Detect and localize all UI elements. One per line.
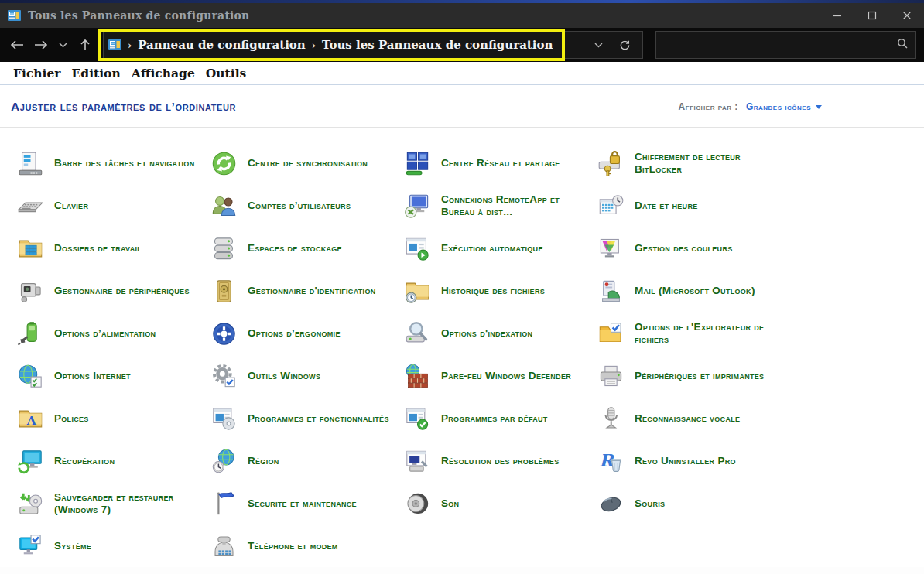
item-ease-of-access[interactable]: Options d’ergonomie xyxy=(210,317,395,350)
devices-printers-icon xyxy=(597,363,625,390)
bitlocker-icon xyxy=(597,150,625,177)
item-programs-features[interactable]: Programmes et fonctionnalités xyxy=(210,402,395,435)
back-button[interactable] xyxy=(5,32,29,58)
status-bar xyxy=(0,567,924,574)
indexing-icon xyxy=(404,320,431,347)
item-security-maintenance[interactable]: Sécurité et maintenance xyxy=(210,487,395,520)
item-default-programs[interactable]: Programmes par défaut xyxy=(404,402,588,435)
item-label: Options d’ergonomie xyxy=(248,327,390,340)
svg-text:A: A xyxy=(26,414,37,428)
item-label: Options Internet xyxy=(54,370,197,383)
sound-icon xyxy=(404,490,431,518)
item-power-options[interactable]: Options d’alimentation xyxy=(17,317,201,350)
item-label: Son xyxy=(441,497,583,511)
item-mail[interactable]: Mail (Microsoft Outlook) xyxy=(597,275,782,307)
item-folder-options[interactable]: Options de l'Explorateur de fichiers xyxy=(597,317,782,350)
minimize-button[interactable] xyxy=(820,3,854,28)
storage-spaces-icon xyxy=(210,235,238,262)
item-firewall[interactable]: Pare-feu Windows Defender xyxy=(404,360,588,392)
mouse-icon xyxy=(597,490,625,518)
search-box[interactable] xyxy=(655,31,916,59)
menu-affichage[interactable]: Affichage xyxy=(126,64,200,82)
item-keyboard[interactable]: Clavier xyxy=(17,190,201,222)
breadcrumb-control-panel[interactable]: Panneau de configuration xyxy=(138,38,306,52)
item-color-management[interactable]: Gestion des couleurs xyxy=(597,232,782,265)
item-revo-uninstaller[interactable]: R Revo Uninstaller Pro xyxy=(597,445,782,477)
item-label: Gestion des couleurs xyxy=(635,242,777,255)
item-recovery[interactable]: Récupération xyxy=(17,445,201,477)
date-time-icon xyxy=(597,193,625,220)
item-remoteapp[interactable]: Connexions RemoteApp et Bureau à dist... xyxy=(404,190,588,222)
item-speech-recognition[interactable]: Reconnaissance vocale xyxy=(597,402,782,435)
item-date-time[interactable]: Date et heure xyxy=(597,190,782,222)
keyboard-icon xyxy=(17,193,44,220)
taskbar-navigation-icon xyxy=(17,150,44,177)
item-label: Historique des fichiers xyxy=(441,285,583,298)
up-button[interactable] xyxy=(73,32,97,58)
item-label: Mail (Microsoft Outlook) xyxy=(635,285,777,298)
item-label: Comptes d’utilisateurs xyxy=(248,200,390,213)
internet-options-icon xyxy=(17,363,44,390)
item-system[interactable]: Système xyxy=(17,530,201,562)
item-work-folders[interactable]: Dossiers de travail xyxy=(17,232,201,265)
item-fonts[interactable]: A Polices xyxy=(17,402,201,435)
item-mouse[interactable]: Souris xyxy=(597,487,782,520)
item-indexing-options[interactable]: Options d'indexation xyxy=(404,317,588,350)
item-phone-modem[interactable]: Téléphone et modem xyxy=(210,530,395,562)
item-sound[interactable]: Son xyxy=(404,487,588,520)
close-button[interactable] xyxy=(889,3,924,28)
user-accounts-icon xyxy=(210,193,238,220)
item-label: Revo Uninstaller Pro xyxy=(635,455,777,468)
item-network-sharing[interactable]: Centre Réseau et partage xyxy=(404,147,588,179)
mail-icon xyxy=(597,278,625,305)
control-panel-location-icon[interactable] xyxy=(108,39,121,51)
items-grid: Barre des tâches et navigation Centre de… xyxy=(17,147,924,562)
item-sync-center[interactable]: Centre de synchronisation xyxy=(210,147,395,179)
menu-outils[interactable]: Outils xyxy=(200,64,252,82)
address-bar[interactable]: › Panneau de configuration › Tous les Pa… xyxy=(103,31,643,59)
item-file-history[interactable]: Historique des fichiers xyxy=(404,275,588,307)
item-label: Options de l'Explorateur de fichiers xyxy=(635,321,777,347)
breadcrumb-all-items[interactable]: Tous les Panneaux de configuration xyxy=(322,38,553,52)
item-credential-manager[interactable]: Gestionnaire d'identification xyxy=(210,275,395,307)
view-by-dropdown[interactable]: Grandes icônes xyxy=(746,101,822,112)
recent-locations-chevron-icon[interactable] xyxy=(53,32,73,58)
item-backup-restore[interactable]: Sauvegarder et restaurer (Windows 7) xyxy=(17,487,201,520)
item-label: Téléphone et modem xyxy=(248,540,390,553)
item-region[interactable]: Région xyxy=(210,445,395,477)
folder-options-icon xyxy=(597,320,625,347)
item-windows-tools[interactable]: Outils Windows xyxy=(210,360,395,392)
item-autoplay[interactable]: Exécution automatique xyxy=(404,232,588,265)
maximize-button[interactable] xyxy=(854,3,889,28)
item-storage-spaces[interactable]: Espaces de stockage xyxy=(210,232,395,265)
menu-edition[interactable]: Edition xyxy=(67,64,126,82)
search-input[interactable] xyxy=(664,39,897,51)
breadcrumb: › Panneau de configuration › Tous les Pa… xyxy=(98,29,565,61)
item-taskbar-navigation[interactable]: Barre des tâches et navigation xyxy=(17,147,201,179)
item-user-accounts[interactable]: Comptes d’utilisateurs xyxy=(210,190,395,222)
item-device-manager[interactable]: Gestionnaire de périphériques xyxy=(17,275,201,307)
recovery-icon xyxy=(17,448,44,475)
menu-fichier[interactable]: Fichier xyxy=(8,64,67,82)
item-label: Sécurité et maintenance xyxy=(248,497,390,511)
troubleshooting-icon xyxy=(404,448,431,475)
item-label: Connexions RemoteApp et Bureau à dist... xyxy=(441,193,583,219)
address-dropdown-chevron-icon[interactable] xyxy=(585,33,611,56)
breadcrumb-separator: › xyxy=(127,39,132,51)
item-devices-printers[interactable]: Périphériques et imprimantes xyxy=(597,360,782,392)
item-label: Sauvegarder et restaurer (Windows 7) xyxy=(54,491,197,517)
revo-uninstaller-icon: R xyxy=(597,448,625,475)
item-label: Exécution automatique xyxy=(441,242,583,255)
item-label: Résolution des problèmes xyxy=(441,455,583,468)
titlebar: Tous les Panneaux de configuration xyxy=(0,3,924,28)
forward-button[interactable] xyxy=(29,32,53,58)
color-management-icon xyxy=(597,235,625,262)
firewall-icon xyxy=(404,363,431,390)
item-bitlocker[interactable]: Chiffrement de lecteur BitLocker xyxy=(597,147,782,179)
search-icon[interactable] xyxy=(897,38,908,52)
item-label: Clavier xyxy=(54,200,197,213)
item-troubleshooting[interactable]: Résolution des problèmes xyxy=(404,445,588,477)
refresh-icon[interactable] xyxy=(611,33,638,56)
item-internet-options[interactable]: Options Internet xyxy=(17,360,201,392)
item-label: Pare-feu Windows Defender xyxy=(441,370,583,383)
